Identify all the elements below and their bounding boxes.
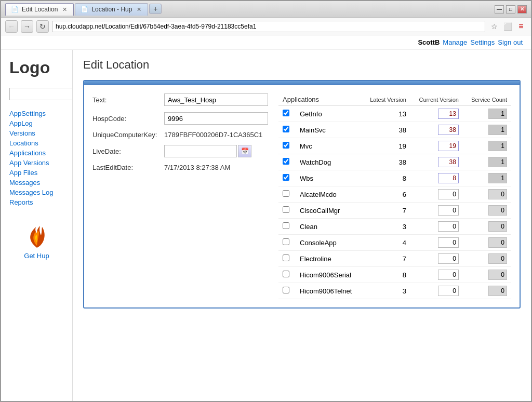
close-btn[interactable]: ✕ — [517, 5, 527, 14]
current-version-input[interactable] — [438, 173, 459, 183]
service-count-input[interactable] — [488, 205, 507, 216]
app-checkbox[interactable] — [283, 110, 289, 116]
table-row: Electroline7 — [278, 251, 511, 267]
content-area: Edit Location Text: HospCode: — [73, 50, 531, 401]
app-checkbox[interactable] — [283, 158, 289, 165]
tab-location-hup[interactable]: 📄 Location - Hup ✕ — [75, 3, 148, 16]
text-label: Text: — [92, 96, 160, 104]
table-row: Clean3 — [278, 219, 511, 235]
tab-icon-2: 📄 — [81, 6, 88, 13]
current-version-input[interactable] — [438, 125, 459, 135]
service-count-input[interactable] — [488, 109, 507, 119]
app-checkbox[interactable] — [283, 190, 289, 197]
text-row: Text: — [92, 93, 268, 106]
sidebar-item-messages[interactable]: Messages — [9, 178, 64, 187]
current-version-input[interactable] — [438, 237, 459, 248]
app-checkbox[interactable] — [283, 174, 289, 181]
sidebar-item-applications[interactable]: Applications — [9, 148, 64, 158]
tab-close-btn-2[interactable]: ✕ — [135, 6, 142, 13]
sidebar-item-versions[interactable]: Versions — [9, 128, 64, 138]
sidebar-item-appversions[interactable]: App Versions — [9, 158, 64, 168]
service-count-input[interactable] — [488, 221, 507, 232]
app-checkbox[interactable] — [283, 287, 289, 293]
app-name: Hicom9006Serial — [296, 267, 362, 283]
text-input[interactable] — [164, 93, 268, 106]
back-btn[interactable]: ← — [5, 20, 18, 33]
app-checkbox[interactable] — [283, 222, 289, 229]
service-count-input[interactable] — [488, 189, 507, 199]
livedate-label: LiveDate: — [92, 148, 160, 155]
service-count-input[interactable] — [488, 141, 507, 151]
current-version-input[interactable] — [438, 205, 459, 216]
livedate-input[interactable] — [164, 145, 237, 157]
service-count-input[interactable] — [488, 286, 507, 296]
livedate-row: LiveDate: 📅 — [92, 145, 268, 157]
get-hup-link[interactable]: Get Hup — [24, 251, 49, 261]
app-checkbox[interactable] — [283, 142, 289, 149]
lasteditdate-row: LastEditDate: 7/17/2013 8:27:38 AM — [92, 164, 268, 171]
current-version-input[interactable] — [438, 270, 459, 280]
new-tab-btn[interactable]: + — [149, 4, 162, 14]
current-version-input[interactable] — [438, 141, 459, 151]
app-checkbox[interactable] — [283, 206, 289, 213]
table-row: ConsoleApp4 — [278, 235, 511, 251]
address-bar: ← → ↻ ☆ ⬜ ≡ — [1, 18, 531, 35]
service-count-input[interactable] — [488, 157, 507, 167]
hospcode-input[interactable] — [164, 112, 268, 125]
minimize-btn[interactable]: — — [495, 5, 504, 14]
current-version-input[interactable] — [438, 189, 459, 199]
app-checkbox[interactable] — [283, 271, 289, 277]
service-count-input[interactable] — [488, 237, 507, 248]
table-row: Mvc19 — [278, 138, 511, 154]
menu-icon[interactable]: ≡ — [515, 21, 527, 32]
address-input[interactable] — [52, 21, 485, 32]
app-name: AlcatelMcdo — [296, 186, 362, 203]
current-version-input[interactable] — [438, 109, 459, 119]
sidebar-item-messageslog[interactable]: Messages Log — [9, 187, 64, 197]
sidebar-item-reports[interactable]: Reports — [9, 197, 64, 207]
username: ScottB — [418, 38, 440, 46]
current-version-input[interactable] — [438, 286, 459, 296]
tab-edit-location[interactable]: 📄 Edit Location ✕ — [5, 3, 74, 16]
service-count-input[interactable] — [488, 125, 507, 135]
current-version-input[interactable] — [438, 221, 459, 232]
app-name: CiscoCallMgr — [296, 203, 362, 219]
service-count-input[interactable] — [488, 270, 507, 280]
latest-version: 13 — [362, 106, 410, 122]
form-section: Text: HospCode: UniqueComputerKey: 1789F… — [92, 93, 268, 299]
settings-link[interactable]: Settings — [470, 38, 495, 46]
tab-icon: 📄 — [11, 6, 19, 13]
app-checkbox[interactable] — [283, 126, 289, 132]
latest-version: 8 — [362, 267, 410, 283]
search-input[interactable] — [9, 88, 73, 100]
address-icons: ☆ ⬜ ≡ — [488, 21, 527, 32]
sidebar-item-appsettings[interactable]: AppSettings — [9, 109, 64, 118]
uniquekey-label: UniqueComputerKey: — [92, 131, 160, 139]
app-name: Hicom9006Telnet — [296, 283, 362, 299]
table-row: Hicom9006Telnet3 — [278, 283, 511, 299]
signout-link[interactable]: Sign out — [498, 38, 523, 46]
bookmark-icon[interactable]: ☆ — [488, 21, 500, 32]
page-icon[interactable]: ⬜ — [502, 21, 513, 32]
col-current: Current Version — [410, 93, 463, 106]
table-row: WatchDog38 — [278, 154, 511, 170]
sidebar-item-appfiles[interactable]: App Files — [9, 168, 64, 178]
table-row: Wbs8 — [278, 170, 511, 186]
service-count-input[interactable] — [488, 173, 507, 183]
current-version-input[interactable] — [438, 253, 459, 264]
tab-close-btn[interactable]: ✕ — [61, 6, 68, 13]
refresh-btn[interactable]: ↻ — [36, 20, 49, 33]
service-count-input[interactable] — [488, 253, 507, 264]
manage-link[interactable]: Manage — [443, 38, 467, 46]
apps-table-header: Applications Latest Version Current Vers… — [278, 93, 511, 106]
maximize-btn[interactable]: □ — [506, 5, 515, 14]
calendar-btn[interactable]: 📅 — [238, 145, 251, 157]
edit-container: Text: HospCode: UniqueComputerKey: 1789F… — [83, 80, 521, 309]
app-checkbox[interactable] — [283, 238, 289, 245]
sidebar-item-applog[interactable]: AppLog — [9, 118, 64, 128]
forward-btn[interactable]: → — [21, 20, 33, 33]
latest-version: 19 — [362, 138, 410, 154]
current-version-input[interactable] — [438, 157, 459, 167]
sidebar-item-locations[interactable]: Locations — [9, 138, 64, 148]
app-checkbox[interactable] — [283, 254, 289, 261]
